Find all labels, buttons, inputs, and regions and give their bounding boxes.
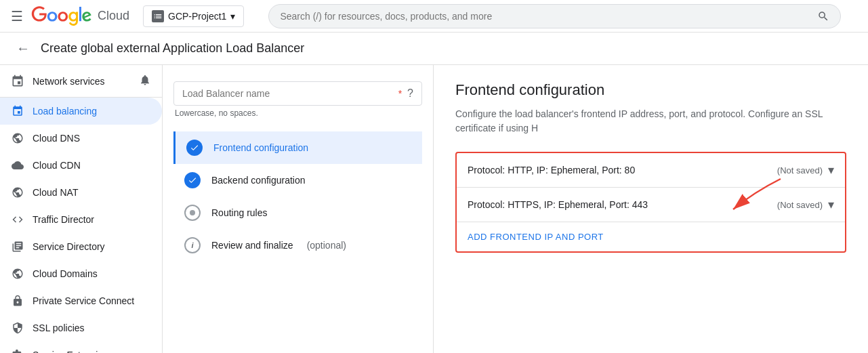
- frontend-row-https-status: (Not saved): [777, 200, 823, 210]
- sidebar-item-private-service-connect-label: Private Service Connect: [33, 295, 134, 306]
- step-backend-done-icon: [184, 172, 201, 188]
- search-icon: [817, 10, 829, 22]
- project-selector[interactable]: GCP-Project1 ▾: [143, 5, 244, 27]
- page-header: ← Create global external Application Loa…: [0, 33, 868, 65]
- step-frontend-configuration[interactable]: Frontend configuration: [173, 131, 422, 164]
- help-icon[interactable]: ?: [407, 87, 413, 100]
- sidebar-item-cloud-nat-label: Cloud NAT: [33, 187, 78, 198]
- annotation-wrapper: Protocol: HTTP, IP: Ephemeral, Port: 80 …: [455, 152, 846, 253]
- back-button[interactable]: ←: [16, 41, 30, 56]
- sidebar-item-traffic-director-label: Traffic Director: [33, 214, 94, 225]
- step-frontend-label: Frontend configuration: [213, 142, 308, 153]
- step-routing-dot-icon: [184, 205, 201, 221]
- sidebar-item-service-directory-label: Service Directory: [33, 241, 105, 252]
- private-service-connect-icon: [11, 294, 24, 308]
- frontend-row-http-status: (Not saved): [777, 165, 823, 175]
- cloud-nat-icon: [11, 186, 24, 199]
- sidebar-header: Network services: [0, 65, 162, 98]
- sidebar-item-cloud-dns-label: Cloud DNS: [33, 133, 80, 144]
- search-bar: [268, 4, 841, 28]
- add-frontend-ip-port-button[interactable]: ADD FRONTEND IP AND PORT: [468, 232, 604, 242]
- frontend-row-https-text: Protocol: HTTPS, IP: Ephemeral, Port: 44…: [468, 199, 777, 210]
- sidebar-item-traffic-director[interactable]: Traffic Director: [0, 206, 162, 233]
- step-frontend-done-icon: [186, 140, 203, 156]
- steps-list: Frontend configuration Backend configura…: [173, 131, 422, 262]
- google-logo-svg: [31, 6, 92, 26]
- page-title: Create global external Application Load …: [41, 41, 304, 56]
- step-review-label: Review and finalize: [211, 240, 293, 251]
- traffic-director-icon: [11, 213, 24, 226]
- sidebar-item-ssl-policies[interactable]: SSL policies: [0, 314, 162, 341]
- project-icon: [152, 10, 164, 22]
- sidebar-item-load-balancing[interactable]: Load balancing: [0, 98, 162, 125]
- lb-name-helper: Lowercase, no spaces.: [173, 108, 422, 118]
- network-services-icon: [11, 75, 24, 88]
- cloud-cdn-icon: [11, 159, 24, 172]
- sidebar-item-cloud-dns[interactable]: Cloud DNS: [0, 125, 162, 152]
- sidebar: Network services Load balancing Cloud DN…: [0, 65, 163, 353]
- add-frontend-section: ADD FRONTEND IP AND PORT: [457, 222, 845, 251]
- logo: Cloud: [31, 6, 129, 26]
- search-input[interactable]: [280, 11, 812, 22]
- frontend-config-title: Frontend configuration: [455, 81, 846, 99]
- lb-name-input[interactable]: [182, 88, 396, 99]
- step-review-optional: (optional): [307, 240, 346, 251]
- required-star: *: [398, 88, 402, 99]
- step-backend-configuration[interactable]: Backend configuration: [173, 164, 422, 196]
- load-balancing-icon: [11, 104, 24, 118]
- sidebar-item-cloud-cdn-label: Cloud CDN: [33, 160, 81, 171]
- project-name: GCP-Project1: [168, 11, 226, 22]
- frontend-row-http-chevron[interactable]: ▾: [828, 163, 834, 178]
- sidebar-item-private-service-connect[interactable]: Private Service Connect: [0, 287, 162, 314]
- project-dropdown-icon: ▾: [230, 11, 235, 22]
- sidebar-item-cloud-nat[interactable]: Cloud NAT: [0, 179, 162, 206]
- sidebar-item-service-extensions-label: Service Extensions: [33, 350, 113, 353]
- sidebar-item-service-directory[interactable]: Service Directory: [0, 233, 162, 260]
- frontend-row-https[interactable]: Protocol: HTTPS, IP: Ephemeral, Port: 44…: [457, 188, 845, 222]
- sidebar-item-cloud-domains-label: Cloud Domains: [33, 268, 98, 279]
- cloud-dns-icon: [11, 131, 24, 145]
- step-review-finalize[interactable]: i Review and finalize (optional): [173, 229, 422, 262]
- content-panel: Frontend configuration Configure the loa…: [434, 65, 868, 353]
- cloud-domains-icon: [11, 267, 24, 281]
- service-extensions-icon: [11, 348, 24, 353]
- step-review-info-icon: i: [184, 237, 201, 253]
- step-routing-label: Routing rules: [211, 207, 268, 218]
- sidebar-item-cloud-domains[interactable]: Cloud Domains: [0, 260, 162, 287]
- frontend-row-http-text: Protocol: HTTP, IP: Ephemeral, Port: 80: [468, 165, 777, 175]
- menu-icon[interactable]: ☰: [11, 8, 23, 24]
- step-routing-rules[interactable]: Routing rules: [173, 196, 422, 229]
- cloud-text: Cloud: [98, 9, 129, 23]
- service-directory-icon: [11, 240, 24, 253]
- step-backend-label: Backend configuration: [211, 175, 306, 186]
- sidebar-item-ssl-policies-label: SSL policies: [33, 323, 85, 333]
- sidebar-item-cloud-cdn[interactable]: Cloud CDN: [0, 152, 162, 179]
- ssl-policies-icon: [11, 321, 24, 335]
- lb-name-field: * ?: [173, 81, 422, 106]
- frontend-row-http[interactable]: Protocol: HTTP, IP: Ephemeral, Port: 80 …: [457, 153, 845, 188]
- sidebar-item-load-balancing-label: Load balancing: [33, 106, 97, 117]
- notification-icon[interactable]: [139, 74, 151, 88]
- frontend-row-https-chevron[interactable]: ▾: [828, 197, 834, 212]
- step-panel: * ? Lowercase, no spaces. Frontend confi…: [163, 65, 434, 353]
- frontend-config-box: Protocol: HTTP, IP: Ephemeral, Port: 80 …: [455, 152, 846, 253]
- sidebar-title: Network services: [33, 76, 105, 87]
- frontend-config-description: Configure the load balancer's frontend I…: [455, 107, 846, 136]
- topbar: ☰ Cloud GCP-Project1 ▾: [0, 0, 868, 33]
- main-layout: Network services Load balancing Cloud DN…: [0, 65, 868, 353]
- sidebar-item-service-extensions[interactable]: Service Extensions: [0, 341, 162, 353]
